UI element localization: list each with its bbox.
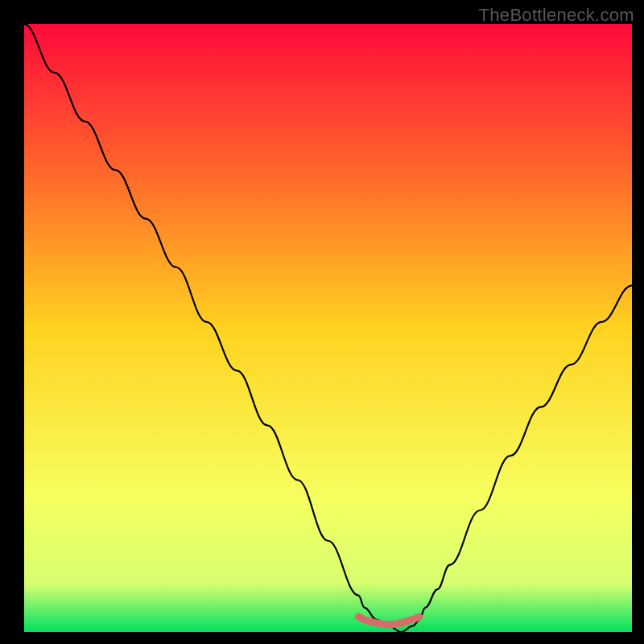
bottleneck-chart: [24, 24, 632, 632]
watermark-text: TheBottleneck.com: [479, 5, 634, 26]
chart-svg: [24, 24, 632, 632]
